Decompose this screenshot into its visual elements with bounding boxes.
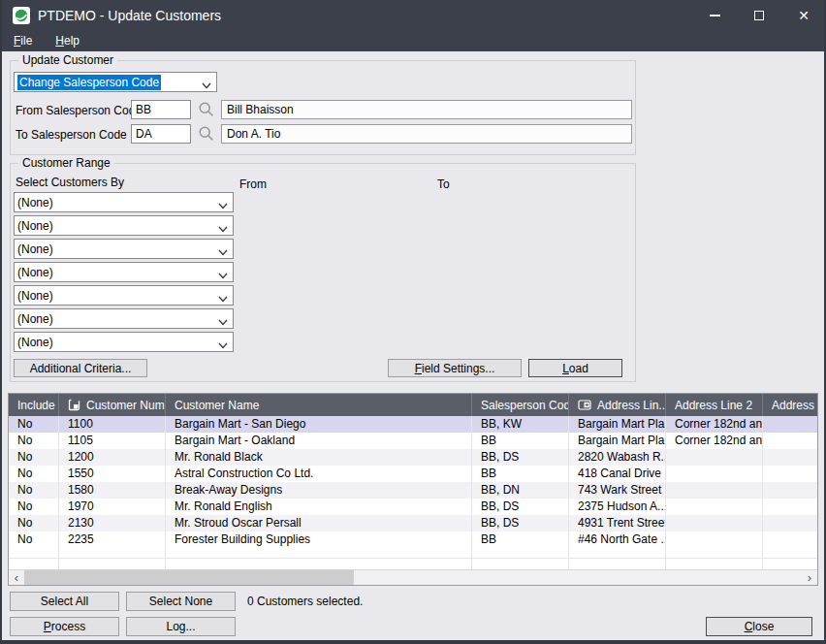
filter-select-7[interactable]: (None) [14,332,234,352]
column-header-address-line3[interactable]: Address L [763,394,818,416]
column-header-include[interactable]: Include [9,394,59,416]
additional-criteria-button[interactable]: Additional Criteria... [14,359,147,377]
to-salesperson-name: Don A. Tio [221,124,632,144]
table-row[interactable]: No 1105 Bargain Mart - Oakland BB Bargai… [9,433,817,449]
drilldown-icon [68,399,80,411]
table-row[interactable]: No 1550 Astral Construction Co Ltd. BB 4… [9,466,817,482]
to-salesperson-input[interactable] [131,124,191,144]
search-icon [198,125,215,143]
column-header-address-line1[interactable]: Address Lin... [569,394,666,416]
window-border [0,0,2,644]
load-button[interactable]: Load [528,359,622,377]
menu-file[interactable]: File [0,31,44,51]
empty-row [9,548,817,559]
to-salesperson-finder-button[interactable] [198,125,215,143]
window-title: PTDEMO - Update Customers [38,0,221,31]
horizontal-scrollbar[interactable]: ‹ › [9,569,817,585]
column-header-address-line2[interactable]: Address Line 2 [666,394,763,416]
chevron-down-icon [218,222,228,236]
chevron-down-icon [218,245,228,259]
table-row[interactable]: No 2235 Forester Building Supplies BB #4… [9,531,817,548]
field-entry-icon [578,399,591,411]
from-salesperson-name: Bill Bhaisson [221,100,632,119]
table-row[interactable]: No 1580 Break-Away Designs BB, DN 743 Wa… [9,482,817,499]
filter-select-5[interactable]: (None) [14,285,234,306]
chevron-down-icon [218,292,228,306]
chevron-down-icon [218,199,228,212]
close-window-button[interactable]: ✕ [781,0,826,31]
action-select-value: Change Salesperson Code [17,75,161,90]
app-icon [13,7,30,24]
chevron-down-icon [218,338,228,352]
scrollbar-thumb[interactable] [24,570,354,585]
from-salesperson-finder-button[interactable] [198,101,215,118]
filter-select-2[interactable]: (None) [14,215,234,236]
update-customers-window: PTDEMO - Update Customers ✕ File Help Up… [0,0,826,644]
filter-select-4[interactable]: (None) [14,262,234,282]
to-column-label: To [437,177,450,191]
to-salesperson-label: To Salesperson Code [16,128,127,142]
log-button[interactable]: Log... [126,617,236,636]
filter-select-3[interactable]: (None) [14,239,234,259]
maximize-button[interactable] [737,0,781,31]
close-icon: ✕ [798,9,810,22]
action-select[interactable]: Change Salesperson Code [14,72,217,92]
customer-grid: Include Customer Num... Customer Name Sa… [8,393,818,586]
titlebar: PTDEMO - Update Customers ✕ [0,0,826,31]
grid-header: Include Customer Num... Customer Name Sa… [9,394,817,416]
table-row[interactable]: No 1200 Mr. Ronald Black BB, DS 2820 Wab… [9,449,817,466]
filter-select-1[interactable]: (None) [14,192,234,212]
maximize-icon [754,11,764,20]
chevron-down-icon [218,269,228,282]
column-header-customer-number[interactable]: Customer Num... [59,394,166,416]
column-header-customer-name[interactable]: Customer Name [166,394,472,416]
table-row[interactable]: No 1100 Bargain Mart - San Diego BB, KW … [9,416,817,433]
table-row[interactable]: No 1970 Mr. Ronald English BB, DS 2375 H… [9,499,817,515]
field-settings-button[interactable]: Field Settings... [388,359,522,377]
filter-select-6[interactable]: (None) [14,308,234,329]
window-border [0,640,826,644]
select-all-button[interactable]: Select All [10,592,119,611]
chevron-down-icon [218,315,228,329]
scroll-left-button[interactable]: ‹ [9,570,24,585]
update-customer-group-label: Update Customer [18,53,117,68]
empty-row [9,559,817,569]
select-customers-by-label: Select Customers By [16,176,124,189]
process-button[interactable]: Process [10,617,119,636]
scroll-right-button[interactable]: › [802,570,817,585]
select-none-button[interactable]: Select None [126,592,236,611]
minimize-icon [710,15,720,16]
chevron-down-icon [202,79,211,92]
minimize-button[interactable] [692,0,737,31]
customer-range-group-label: Customer Range [18,156,114,171]
search-icon [198,101,215,118]
status-text: 0 Customers selected. [247,595,363,608]
menubar: File Help [0,31,826,51]
table-row[interactable]: No 2130 Mr. Stroud Oscar Persall BB, DS … [9,515,817,531]
menu-help[interactable]: Help [44,31,91,51]
from-column-label: From [239,177,267,191]
close-button[interactable]: Close [706,617,812,636]
column-header-salesperson-code[interactable]: Salesperson Code [472,394,569,416]
from-salesperson-label: From Salesperson Code [16,104,142,117]
from-salesperson-input[interactable] [131,100,191,119]
